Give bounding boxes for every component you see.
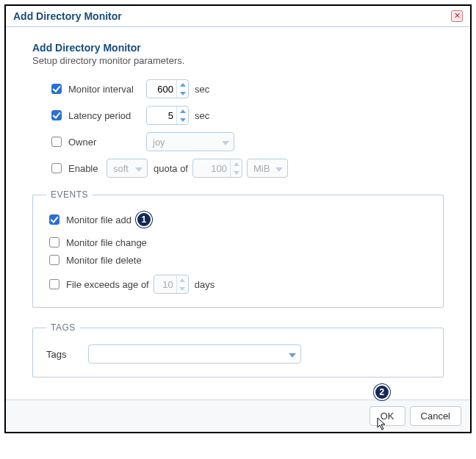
file-age-label: File exceeds age of xyxy=(66,279,149,290)
quota-unit-select[interactable]: MiB xyxy=(247,159,288,178)
owner-select[interactable]: joy xyxy=(146,132,234,151)
events-legend: EVENTS xyxy=(46,189,93,200)
section-subtitle: Setup directory monitor parameters. xyxy=(32,55,444,66)
row-file-change: Monitor file change xyxy=(46,235,430,250)
titlebar: Add Directory Monitor ✕ xyxy=(6,6,470,27)
file-add-label: Monitor file add xyxy=(66,214,131,225)
row-tags: Tags xyxy=(46,344,430,364)
events-fieldset: EVENTS Monitor file add 1 Monitor file c… xyxy=(32,189,444,308)
monitor-interval-label: Monitor interval xyxy=(68,84,142,95)
file-age-input[interactable] xyxy=(154,275,176,293)
spinner-down-icon[interactable] xyxy=(231,168,242,177)
row-file-delete: Monitor file delete xyxy=(46,253,430,267)
monitor-interval-checkbox[interactable] xyxy=(51,84,62,94)
latency-period-label: Latency period xyxy=(68,110,142,121)
cancel-button[interactable]: Cancel xyxy=(410,406,461,426)
chevron-down-icon xyxy=(135,163,143,174)
tags-label: Tags xyxy=(46,349,66,360)
file-age-checkbox[interactable] xyxy=(49,279,60,289)
spinner-up-icon[interactable] xyxy=(177,106,188,115)
owner-label: Owner xyxy=(68,137,142,148)
latency-period-spinner[interactable] xyxy=(146,106,189,125)
spinner-up-icon[interactable] xyxy=(177,80,188,89)
spinner-up-icon[interactable] xyxy=(177,275,188,284)
row-monitor-interval: Monitor interval sec xyxy=(48,79,444,98)
quota-amount-input[interactable] xyxy=(193,159,230,177)
annotation-badge-1: 1 xyxy=(136,212,152,228)
file-add-checkbox[interactable] xyxy=(49,214,60,225)
latency-period-unit: sec xyxy=(195,110,209,121)
row-file-age: File exceeds age of days xyxy=(46,275,430,294)
file-delete-checkbox[interactable] xyxy=(49,255,60,265)
monitor-interval-spinner[interactable] xyxy=(146,79,189,98)
ok-button-wrap: 2 OK xyxy=(369,406,405,426)
chevron-down-icon xyxy=(275,163,283,174)
monitor-interval-input[interactable] xyxy=(147,80,176,98)
quota-unit-value: MiB xyxy=(253,163,270,174)
file-change-checkbox[interactable] xyxy=(49,237,60,247)
ok-button-label: OK xyxy=(381,411,394,422)
row-owner: Owner joy xyxy=(48,132,444,151)
enable-label: Enable xyxy=(68,163,102,174)
spinner-down-icon[interactable] xyxy=(177,284,188,293)
dialog-window: Add Directory Monitor ✕ Add Directory Mo… xyxy=(4,4,472,433)
row-enable-quota: Enable soft quota of MiB xyxy=(48,159,444,178)
chevron-down-icon xyxy=(222,137,229,148)
row-latency-period: Latency period sec xyxy=(48,106,444,125)
enable-checkbox[interactable] xyxy=(51,163,62,173)
window-title: Add Directory Monitor xyxy=(13,10,122,22)
file-age-unit: days xyxy=(195,279,214,290)
close-icon[interactable]: ✕ xyxy=(451,10,463,22)
quota-amount-spinner[interactable] xyxy=(192,159,242,178)
ok-button[interactable]: OK xyxy=(369,406,405,426)
quota-of-label: quota of xyxy=(154,163,188,174)
params-group: Monitor interval sec Latency period xyxy=(32,79,444,178)
file-change-label: Monitor file change xyxy=(66,237,147,248)
owner-select-value: joy xyxy=(153,137,165,148)
spinner-down-icon[interactable] xyxy=(177,115,188,124)
chevron-down-icon xyxy=(289,349,296,360)
owner-checkbox[interactable] xyxy=(51,137,62,147)
latency-period-checkbox[interactable] xyxy=(51,110,62,120)
spinner-up-icon[interactable] xyxy=(231,159,242,168)
annotation-badge-2: 2 xyxy=(374,384,390,400)
dialog-body: Add Directory Monitor Setup directory mo… xyxy=(6,27,470,400)
button-bar: 2 OK Cancel xyxy=(6,400,470,432)
tags-fieldset: TAGS Tags xyxy=(32,322,444,377)
tags-legend: TAGS xyxy=(46,322,80,333)
row-file-add: Monitor file add 1 xyxy=(46,212,430,228)
spinner-down-icon[interactable] xyxy=(177,89,188,98)
quota-mode-select[interactable]: soft xyxy=(107,159,148,178)
quota-mode-value: soft xyxy=(113,163,129,174)
file-age-spinner[interactable] xyxy=(154,275,189,294)
latency-period-input[interactable] xyxy=(147,106,176,124)
tags-select[interactable] xyxy=(88,344,301,364)
monitor-interval-unit: sec xyxy=(195,84,209,95)
file-delete-label: Monitor file delete xyxy=(66,255,142,266)
section-title: Add Directory Monitor xyxy=(32,42,444,54)
